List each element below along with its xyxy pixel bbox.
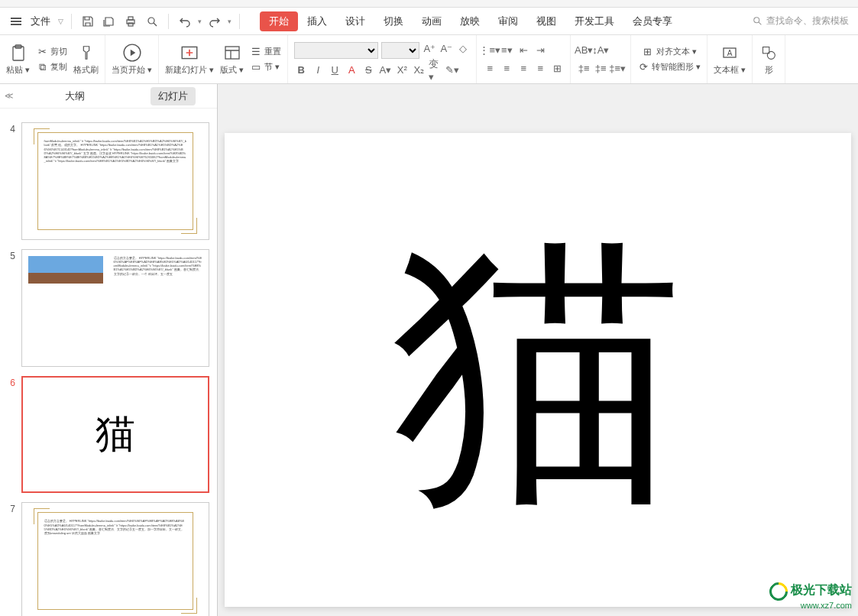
line-spacing2-icon[interactable]: ‡≡ [594,62,607,76]
line-spacing3-icon[interactable]: ‡≡▾ [610,62,624,76]
svg-rect-9 [225,47,239,59]
line-spacing-icon[interactable]: ‡≡ [577,62,591,76]
format-painter-button[interactable]: 格式刷 [73,43,99,76]
italic-icon[interactable]: I [311,63,325,77]
save-icon[interactable] [79,13,96,30]
svg-text:A: A [727,49,733,57]
new-slide-button[interactable]: 新建幻灯片 ▾ [165,43,214,76]
increase-font-icon[interactable]: A⁺ [423,42,436,56]
font-size-select[interactable] [381,42,419,59]
file-menu[interactable]: 文件 [28,15,53,28]
distribute-icon[interactable]: ⊞ [550,62,564,76]
svg-rect-5 [13,47,24,60]
increase-indent-icon[interactable]: ⇥ [533,44,547,57]
undo-icon[interactable] [176,13,193,30]
current-slide[interactable]: 猫 [225,133,851,607]
save-as-icon[interactable] [101,13,118,30]
font-color-icon[interactable]: A [345,63,358,77]
print-icon[interactable] [122,13,139,30]
ribbon-tab-start[interactable]: 开始 [260,11,298,31]
copy-button[interactable]: ⧉复制 [36,60,67,74]
paste-button[interactable]: 粘贴 ▾ [6,43,30,76]
ribbon-tab-view[interactable]: 视图 [527,11,565,31]
hamburger-icon[interactable] [9,16,23,27]
thumbnails-list: 4 fromModule=lemma_inlink" \t "https://b… [0,109,217,616]
search-placeholder: 查找命令、搜索模板 [766,15,849,28]
decrease-font-icon[interactable]: A⁻ [439,42,453,56]
redo-icon[interactable] [206,13,223,30]
align-right-icon[interactable]: ≡ [516,62,530,76]
slide-panel: ≪ 大纲 幻灯片 4 fromModule=lemma_inlink" \t "… [0,84,218,616]
ribbon-tab-insert[interactable]: 插入 [298,11,336,31]
ribbon-tab-premium[interactable]: 会员专享 [623,11,682,31]
thumbnail-4[interactable]: 4 fromModule=lemma_inlink" \t "https://b… [0,118,217,245]
reset-button[interactable]: ☰重置 [250,45,281,59]
thumbnail-7[interactable]: 7 语言的方言要是。 HYPERLINK "https://baike.baid… [0,498,217,616]
search-icon [753,16,763,27]
layout-button[interactable]: 版式 ▾ [220,43,244,76]
change-case-icon[interactable]: 变▾ [429,63,442,77]
search-box[interactable]: 查找命令、搜索模板 [753,15,849,28]
chevron-down-icon[interactable]: ▽ [58,18,63,25]
undo-dropdown-icon[interactable]: ▾ [198,18,202,25]
cut-button[interactable]: ✂剪切 [36,45,67,59]
text-box-button[interactable]: A 文本框 ▾ [714,43,746,76]
svg-rect-1 [128,17,133,20]
thumbnail-5[interactable]: 5 语言的方言要是。 HYPERLINK "https://baike.baid… [0,245,217,371]
slide-content-char: 猫 [393,225,683,515]
slides-tab[interactable]: 幻灯片 [151,87,196,105]
align-center-icon[interactable]: ≡ [500,62,513,76]
decrease-indent-icon[interactable]: ⇤ [516,44,530,57]
ribbon-tab-slideshow[interactable]: 放映 [451,11,489,31]
strikethrough-icon[interactable]: S [361,63,375,77]
ribbon-tabs: 开始 插入 设计 切换 动画 放映 审阅 视图 开发工具 会员专享 [260,11,682,31]
shape-button[interactable]: 形 [759,43,779,76]
convert-smart-button[interactable]: ⟳转智能图形 ▾ [637,60,701,74]
svg-point-3 [148,18,154,24]
section-button[interactable]: ▭节 ▾ [250,60,281,74]
align-text-button[interactable]: ⊞对齐文本 ▾ [642,45,697,59]
text-effects-icon[interactable]: ✎▾ [445,63,459,77]
ribbon-tab-transition[interactable]: 切换 [374,11,413,31]
thumbnail-6[interactable]: 6 猫 [0,371,217,498]
ribbon-tab-review[interactable]: 审阅 [489,11,527,31]
highlight-icon[interactable]: A▾ [378,63,392,77]
from-current-button[interactable]: 当页开始 ▾ [112,43,152,76]
text-direction-icon[interactable]: AB▾ [577,44,591,57]
numbering-icon[interactable]: ≡▾ [500,44,513,57]
bold-icon[interactable]: B [294,63,308,77]
clear-format-icon[interactable]: ◇ [456,42,470,56]
ribbon-tab-devtools[interactable]: 开发工具 [565,11,623,31]
collapse-panel-icon[interactable]: ≪ [5,91,14,101]
ribbon-tab-design[interactable]: 设计 [336,11,374,31]
align-justify-icon[interactable]: ≡ [533,62,547,76]
align-left-icon[interactable]: ≡ [483,62,497,76]
bullets-icon[interactable]: ⋮≡▾ [483,44,497,57]
underline-icon[interactable]: U [328,63,342,77]
text-direction2-icon[interactable]: ↕A▾ [594,44,607,57]
svg-point-13 [768,51,775,59]
watermark: 极光下载站 www.xz7.com [769,582,852,610]
document-tabs [0,0,858,8]
ribbon-toolbar: 粘贴 ▾ ✂剪切 ⧉复制 格式刷 当页开始 ▾ 新建幻灯片 ▾ 版式 ▾ ☰重置… [0,35,858,84]
menu-bar: 文件 ▽ ▾ ▾ 开始 插入 设计 切换 动画 放映 审阅 视图 开发工具 会员… [0,8,858,35]
redo-dropdown-icon[interactable]: ▾ [228,18,231,25]
font-select[interactable] [294,42,378,59]
workspace: ≪ 大纲 幻灯片 4 fromModule=lemma_inlink" \t "… [0,84,858,616]
slide-canvas[interactable]: 猫 [218,84,858,616]
print-preview-icon[interactable] [144,13,160,30]
outline-tab[interactable]: 大纲 [57,87,92,105]
svg-point-4 [754,17,759,22]
superscript-icon[interactable]: X² [395,63,409,77]
ribbon-tab-animation[interactable]: 动画 [413,11,451,31]
subscript-icon[interactable]: X₂ [412,63,426,77]
